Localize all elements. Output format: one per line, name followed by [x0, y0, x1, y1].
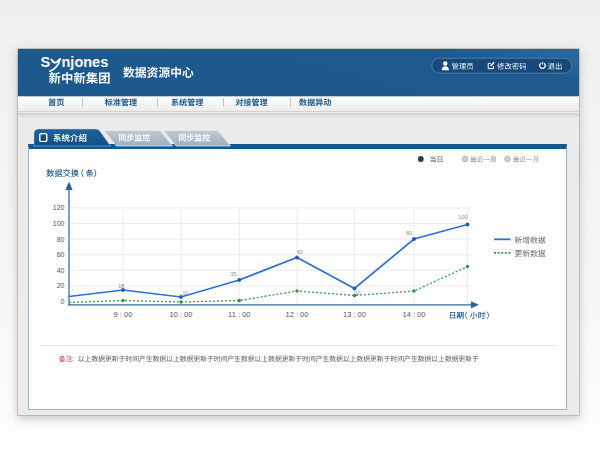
svg-text:100: 100: [458, 214, 467, 220]
svg-text:20: 20: [57, 282, 65, 289]
svg-text:60: 60: [57, 251, 65, 258]
svg-text:njones: njones: [62, 54, 109, 70]
svg-text:60: 60: [297, 249, 303, 255]
svg-text:40: 40: [57, 267, 65, 274]
svg-text:35: 35: [230, 271, 236, 277]
svg-text:10 : 00: 10 : 00: [170, 310, 193, 319]
svg-text:120: 120: [53, 204, 65, 211]
svg-text:80: 80: [406, 230, 412, 236]
svg-text:0: 0: [61, 298, 65, 305]
svg-text:11 : 00: 11 : 00: [228, 310, 250, 319]
svg-text:100: 100: [53, 220, 65, 227]
svg-text:13 : 00: 13 : 00: [343, 310, 366, 319]
svg-text:12 : 00: 12 : 00: [286, 310, 309, 319]
svg-text:18: 18: [118, 283, 124, 289]
svg-text:10: 10: [354, 290, 360, 296]
svg-text:80: 80: [57, 236, 65, 243]
svg-text:14 : 00: 14 : 00: [403, 310, 426, 319]
svg-text:S: S: [41, 54, 51, 70]
svg-text:10: 10: [182, 290, 188, 296]
svg-text:9 : 00: 9 : 00: [114, 310, 133, 319]
